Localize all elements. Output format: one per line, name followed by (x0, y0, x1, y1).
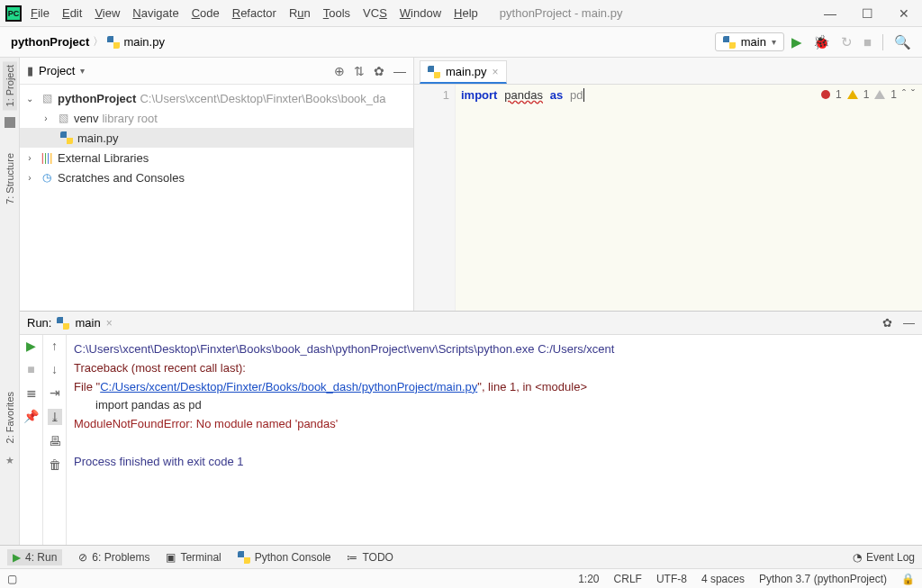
code-editor[interactable]: 1 import pandas as pd 1 1 1 (414, 85, 922, 311)
menu-view[interactable]: View (95, 6, 120, 20)
menu-vcs[interactable]: VCS (363, 6, 387, 20)
bottom-tab-label: Terminal (180, 551, 221, 564)
run-button-icon[interactable]: ▶ (791, 34, 802, 50)
menu-run[interactable]: Run (289, 6, 311, 20)
breadcrumb-project[interactable]: pythonProject (11, 35, 89, 49)
dropdown-arrow-icon[interactable]: ▾ (80, 66, 85, 76)
weak-warning-icon (874, 90, 885, 99)
warning-icon (847, 90, 858, 99)
tree-project-root[interactable]: ⌄ ▧ pythonProject C:\Users\xcent\Desktop… (20, 88, 413, 108)
status-position[interactable]: 1:20 (578, 573, 599, 585)
chevron-down-icon[interactable]: ⌄ (23, 94, 36, 104)
trash-icon[interactable]: 🗑 (49, 457, 61, 472)
minimize-icon[interactable]: — (824, 6, 836, 21)
window-icon[interactable]: ▢ (7, 573, 17, 585)
prev-highlighted-icon[interactable]: ˆ (902, 88, 906, 101)
tree-venv-badge: library root (102, 112, 157, 125)
status-eol[interactable]: CRLF (614, 573, 642, 585)
bottom-tab-label: 6: Problems (92, 551, 149, 564)
up-icon[interactable]: ↑ (51, 339, 58, 353)
sidebar-tab-structure[interactable]: 7: Structure (5, 153, 15, 204)
run-mid-toolbar: ↑ ↓ ⇥ ⤓ 🖶 🗑 (43, 335, 67, 545)
bottom-tab-run[interactable]: ▶4: Run (7, 549, 62, 565)
lock-icon[interactable]: 🔒 (901, 573, 915, 585)
menu-navigate[interactable]: Navigate (132, 6, 178, 20)
print-icon[interactable]: 🖶 (49, 434, 61, 448)
gear-icon[interactable]: ✿ (882, 316, 892, 330)
gear-icon[interactable]: ✿ (374, 64, 384, 78)
hide-panel-icon[interactable]: — (903, 316, 915, 330)
editor-tab-label: main.py (446, 65, 487, 78)
console-line: import pandas as pd (74, 396, 915, 415)
run-tab-main[interactable]: main × (51, 316, 117, 330)
sidebar-tab-favorites[interactable]: 2: Favorites (5, 392, 15, 443)
bottom-tab-terminal[interactable]: ▣Terminal (166, 551, 221, 564)
scroll-icon[interactable]: ⤓ (48, 409, 62, 425)
menu-refactor[interactable]: Refactor (232, 6, 276, 20)
gutter: 1 (414, 85, 456, 311)
todo-icon: ≔ (347, 551, 357, 564)
close-tab-icon[interactable]: × (493, 66, 499, 78)
search-everywhere-icon[interactable]: 🔍 (894, 34, 911, 50)
bottom-tab-label: Python Console (255, 551, 331, 564)
run-left-toolbar: ▶ ■ ≣ 📌 (20, 335, 43, 545)
sidebar-tab-project[interactable]: 1: Project (3, 61, 17, 110)
code-text[interactable]: import pandas as pd (456, 85, 922, 311)
next-highlighted-icon[interactable]: ˇ (911, 88, 915, 101)
python-icon (238, 551, 250, 564)
breadcrumb-file[interactable]: main.py (123, 35, 165, 49)
chevron-right-icon[interactable]: › (40, 113, 52, 123)
console-output[interactable]: C:\Users\xcent\Desktop\Finxter\Books\boo… (67, 335, 922, 545)
menu-tools[interactable]: Tools (323, 6, 350, 20)
project-pane-title[interactable]: Project (39, 64, 75, 77)
stop-button-icon[interactable]: ■ (863, 34, 872, 50)
chevron-right-icon[interactable]: › (23, 153, 36, 163)
chevron-right-icon[interactable]: › (23, 173, 36, 183)
run-header: Run: main × ✿ — (20, 312, 922, 335)
bottom-tab-eventlog[interactable]: ◔Event Log (853, 551, 915, 564)
status-encoding[interactable]: UTF-8 (656, 573, 687, 585)
bottom-tab-pyconsole[interactable]: Python Console (238, 551, 331, 564)
tree-main-file[interactable]: main.py (20, 128, 413, 148)
locate-icon[interactable]: ⊕ (334, 64, 345, 78)
pycharm-logo-icon: PC (5, 5, 22, 22)
wrap-icon[interactable]: ⇥ (50, 385, 60, 400)
sidebar-square-icon[interactable] (5, 117, 15, 128)
divider (882, 34, 883, 50)
status-sdk[interactable]: Python 3.7 (pythonProject) (759, 573, 887, 585)
layout-icon[interactable]: ≣ (26, 385, 37, 400)
tree-external-libraries[interactable]: › |||| External Libraries (20, 148, 413, 167)
rerun-icon[interactable]: ▶ (26, 339, 36, 353)
kw-import: import (461, 88, 497, 102)
run-config-selector[interactable]: main ▾ (715, 32, 784, 51)
bottom-tool-bar: ▶4: Run ⊘6: Problems ▣Terminal Python Co… (0, 545, 922, 568)
menu-file[interactable]: File (31, 6, 50, 20)
menu-code[interactable]: Code (192, 6, 220, 20)
console-file-link[interactable]: C:/Users/xcent/Desktop/Finxter/Books/boo… (100, 380, 477, 394)
play-icon: ▶ (13, 551, 21, 564)
bottom-tab-problems[interactable]: ⊘6: Problems (78, 551, 149, 564)
close-tab-icon[interactable]: × (106, 317, 113, 330)
bottom-tab-todo[interactable]: ≔TODO (347, 551, 393, 564)
close-icon[interactable]: ✕ (899, 6, 909, 21)
status-indent[interactable]: 4 spaces (701, 573, 745, 585)
editor-tab-main[interactable]: main.py × (420, 60, 507, 84)
tree-venv[interactable]: › ▧ venv library root (20, 108, 413, 128)
console-text: File " (74, 380, 100, 394)
pin-icon[interactable]: 📌 (23, 409, 39, 423)
tree-scratches[interactable]: › ◷ Scratches and Consoles (20, 167, 413, 187)
stop-icon[interactable]: ■ (27, 362, 34, 376)
terminal-icon: ▣ (166, 551, 176, 564)
code-alias: pd (570, 88, 583, 102)
debug-button-icon[interactable]: 🐞 (813, 34, 830, 50)
console-text: ", line 1, in <module> (477, 380, 587, 394)
coverage-button-icon[interactable]: ↻ (841, 34, 853, 50)
down-icon[interactable]: ↓ (51, 362, 58, 376)
menu-edit[interactable]: Edit (62, 6, 82, 20)
inspection-bar[interactable]: 1 1 1 ˆ ˇ (821, 88, 915, 101)
maximize-icon[interactable]: ☐ (862, 6, 873, 21)
expand-all-icon[interactable]: ⇅ (354, 64, 365, 78)
hide-panel-icon[interactable]: — (393, 64, 406, 78)
menu-help[interactable]: Help (454, 6, 478, 20)
menu-window[interactable]: Window (400, 6, 441, 20)
